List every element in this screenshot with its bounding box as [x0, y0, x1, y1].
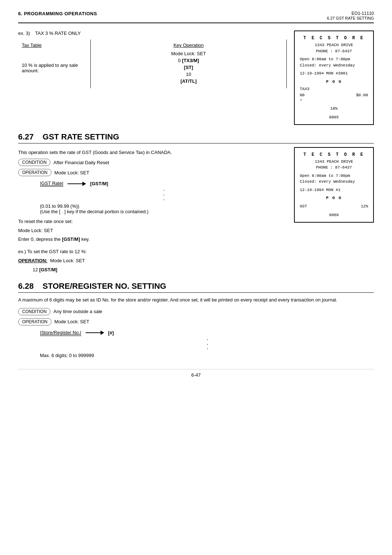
receipt2-code: 0069 [300, 212, 368, 218]
receipt1-line1: 1343 PEACH DRIVE [300, 42, 368, 48]
example3-label: ex. 3) [18, 31, 30, 36]
section627-arrow-to: [GST/M] [90, 181, 108, 186]
section627-note1: (0.01 to 99.99 (%)) [40, 203, 287, 209]
section-ref: 6.27 GST RATE SETTING [327, 16, 374, 20]
dots627: · · · [41, 188, 287, 202]
receipt2-box: T E C S T O R E 1343 PEACH DRIVE PHONE :… [294, 147, 374, 223]
page-header: 6. PROGRAMMING OPERATIONS EO1-11110 6.27… [18, 11, 374, 23]
reset-block: To reset the rate once set: Mode Lock: S… [18, 218, 287, 243]
page-footer: 6-47 [18, 369, 374, 378]
section628-arrow-diagram: |Store/Register No.| [#] [40, 330, 374, 336]
section627-heading: 6.27 GST RATE SETTING [18, 132, 374, 143]
section628-note: Max. 6 digits; 0 to 999999 [40, 353, 374, 358]
condition627-row: CONDITION After Financial Daily Reset [18, 159, 287, 166]
col-key-op: Key Operation Mode Lock: SET 0 [TX3/M] [… [91, 40, 286, 88]
receipt1-amount-row: 00 $0.00 [300, 92, 368, 98]
operation627-text: Mode Lock: SET [54, 170, 89, 175]
op-line: OPERATION: Mode Lock: SET [18, 257, 287, 264]
section627-content: This operation sets the rate of GST (Goo… [18, 147, 374, 275]
section628-description: A maximum of 6 digits may be set as ID N… [18, 296, 374, 304]
key-op-st: [ST] [98, 65, 279, 70]
receipt2-gst-row: GST 12% [300, 203, 368, 210]
operation627-row: OPERATION Mode Lock: SET [18, 169, 287, 176]
receipt1-tax3: TAX3 [300, 86, 368, 92]
section628-arrow-from: |Store/Register No.| [40, 330, 81, 336]
section627: 6.27 GST RATE SETTING This operation set… [18, 132, 374, 275]
key-op627: 12 [GST/M] [33, 266, 287, 274]
dot3: · [163, 198, 164, 202]
arrow-line628 [86, 332, 104, 333]
condition628-badge: CONDITION [18, 308, 50, 315]
example3-section: ex. 3) TAX 3 % RATE ONLY Tax Table 10 % … [18, 31, 374, 125]
receipt1-box: T E C S T O R E 1343 PEACH DRIVE PHONE :… [294, 31, 374, 125]
section628-arrow [86, 332, 104, 333]
section627-number: 6.27 [18, 132, 34, 141]
section628-arrow-to: [#] [108, 330, 114, 336]
receipt1-line5: 12-19-1994 MON #3001 [300, 70, 368, 77]
example3-title: TAX 3 % RATE ONLY [35, 31, 81, 36]
receipt1-line3: Open 8:00am to 7:00pm [300, 56, 368, 62]
receipt1-amount-label: 00 [300, 92, 305, 98]
receipt2-line3: Open 8:00am to 7:00pm [300, 173, 368, 179]
tax-table-body: 10 % is applied to any sale amount. [22, 62, 87, 73]
key-op-attl: [AT/TL] [98, 78, 279, 84]
section627-title: GST RATE SETTING [42, 132, 119, 141]
receipt2-line5: 12-19-1994 MON #1 [300, 187, 368, 193]
tax-table-header: Tax Table [22, 42, 87, 48]
example627-block: ex.) To set the GST rate to 12 %: OPERAT… [18, 248, 287, 274]
section627-arrow [68, 183, 86, 184]
dots628: · · · [41, 337, 374, 351]
op-mode: Mode Lock: SET [50, 258, 85, 263]
receipt1-line4: Closed: every Wednesday [300, 62, 368, 69]
example3-left: ex. 3) TAX 3 % RATE ONLY Tax Table 10 % … [18, 31, 287, 125]
receipt2-line1: 1343 PEACH DRIVE [300, 159, 368, 165]
receipt1-amount-value: $0.00 [356, 92, 368, 98]
condition628-text: Any time outside a sale [53, 309, 102, 314]
receipt1-poo: P O O [300, 79, 368, 85]
receipt2-gst-label: GST [300, 203, 307, 210]
tax-table-line2: amount. [22, 68, 87, 73]
receipt1-star: * [300, 98, 368, 104]
doc-number: EO1-11110 [327, 11, 374, 16]
condition627-text: After Financial Daily Reset [53, 160, 109, 165]
tax-table-line1: 10 % is applied to any sale [22, 62, 87, 68]
key-op-header: Key Operation [98, 42, 279, 48]
section628-heading: 6.28 STORE/REGISTER NO. SETTING [18, 281, 374, 293]
reset-text2: Mode Lock: SET [18, 227, 287, 234]
section627-arrow-from: |GST Rate| [40, 181, 63, 187]
operation628-text: Mode Lock: SET [54, 319, 89, 324]
receipt2-area: T E C S T O R E 1343 PEACH DRIVE PHONE :… [294, 147, 374, 275]
page-number: 6-47 [191, 372, 201, 378]
op-label: OPERATION: [18, 258, 48, 263]
key-op-10: 10 [98, 72, 279, 77]
dot628-3: · [207, 347, 208, 351]
header-right: EO1-11110 6.27 GST RATE SETTING [327, 11, 374, 20]
mode-lock-row: Mode Lock: SET [98, 51, 279, 56]
reset-text3: Enter 0, depress the [GST/M] key. [18, 236, 287, 243]
condition628-row: CONDITION Any time outside a sale [18, 308, 374, 315]
receipt1-code: 0065 [300, 114, 368, 121]
operation627-badge: OPERATION [18, 169, 52, 176]
section627-main: This operation sets the rate of GST (Goo… [18, 147, 287, 275]
key-op627-bold: [GST/M] [39, 267, 57, 272]
reset-bold: [GST/M] [62, 236, 80, 242]
operation628-row: OPERATION Mode Lock: SET [18, 318, 374, 325]
section627-arrow-diagram: |GST Rate| [GST/M] [40, 181, 287, 187]
example627-intro: ex.) To set the GST rate to 12 %: [18, 248, 287, 255]
receipt1-area: T E C S T O R E 1343 PEACH DRIVE PHONE :… [294, 31, 374, 125]
col-tax-table: Tax Table 10 % is applied to any sale am… [18, 40, 91, 88]
receipt1-percent: 10% [300, 106, 368, 112]
receipt1-line2: PHONE : 87-6437 [300, 48, 368, 54]
section627-description: This operation sets the rate of GST (Goo… [18, 149, 287, 156]
key-op-0tx3: 0 [TX3/M] [98, 58, 279, 63]
receipt2-title: T E C S T O R E [300, 151, 368, 158]
page: 6. PROGRAMMING OPERATIONS EO1-11110 6.27… [0, 0, 392, 555]
receipt2-poo: P O O [300, 195, 368, 201]
section628-number: 6.28 [18, 281, 34, 291]
reset-text1: To reset the rate once set: [18, 218, 287, 225]
receipt2-line4: Closed: every Wednesday [300, 179, 368, 185]
example3-header: ex. 3) TAX 3 % RATE ONLY [18, 31, 287, 36]
example3-columns: Tax Table 10 % is applied to any sale am… [18, 40, 287, 88]
section628: 6.28 STORE/REGISTER NO. SETTING A maximu… [18, 281, 374, 358]
receipt2-line2: PHONE : 87-6437 [300, 165, 368, 171]
